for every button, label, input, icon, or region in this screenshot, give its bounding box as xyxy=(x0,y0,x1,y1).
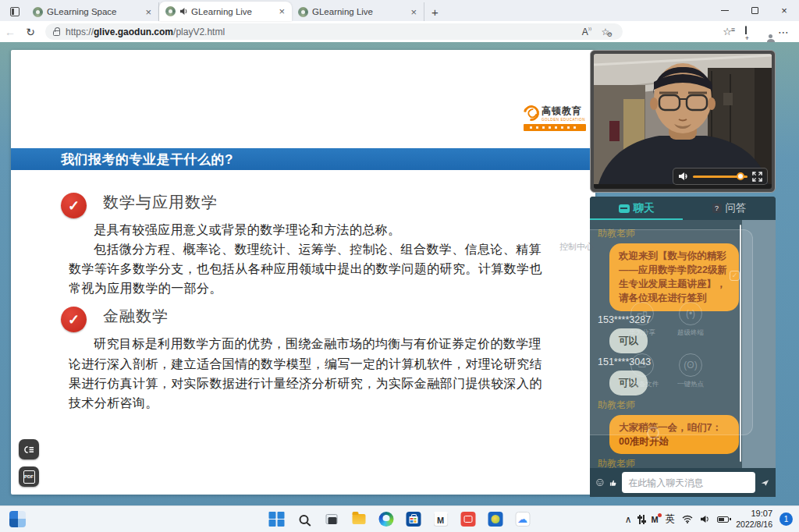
battery-icon[interactable] xyxy=(717,516,729,523)
send-icon[interactable] xyxy=(761,476,769,490)
address-field[interactable]: https://glive.gaodun.com/playV2.html A ☆ xyxy=(45,23,623,40)
tab-title: GLearning Live xyxy=(312,7,408,16)
taskbar-clock[interactable]: 19:07 2022/8/16 xyxy=(736,509,772,530)
close-button[interactable]: × xyxy=(769,0,799,21)
pdf-button[interactable]: PDF xyxy=(19,466,39,487)
mixer-tray-icon[interactable] xyxy=(639,515,645,524)
ime-indicator[interactable]: 英 xyxy=(666,512,676,526)
m-app-button[interactable]: M xyxy=(432,511,449,528)
tab-chat[interactable]: 聊天 xyxy=(590,197,683,220)
fullscreen-icon[interactable] xyxy=(752,172,762,182)
windows-logo-icon xyxy=(269,512,285,527)
check-bullet-icon: ✓ xyxy=(61,193,87,218)
chat-header: 聊天 ? 问答 xyxy=(590,197,776,220)
gaodun-logo-icon xyxy=(520,102,542,124)
new-tab-button[interactable]: + xyxy=(424,5,446,21)
collections-icon[interactable] xyxy=(737,27,755,37)
widgets-button[interactable] xyxy=(9,511,26,527)
tab-close-icon[interactable]: × xyxy=(143,7,154,17)
outline-icon xyxy=(23,445,35,455)
minimize-icon xyxy=(721,10,729,11)
site-favicon xyxy=(33,7,43,17)
refresh-button[interactable]: ↻ xyxy=(20,26,41,38)
volume-icon[interactable] xyxy=(678,172,689,181)
tab-audio-icon[interactable] xyxy=(179,7,188,16)
tab-glearning-live-2[interactable]: GLearning Live × xyxy=(292,2,424,21)
tab-actions-button[interactable] xyxy=(5,3,25,20)
url-text: https://glive.gaodun.com/playV2.html xyxy=(66,27,225,37)
tab-title: GLearning Live xyxy=(191,7,276,16)
section-paragraphs: 是具有较强应用意义或背景的数学理论和方法的总称。 包括微分方程、概率论、数理统计… xyxy=(69,220,549,298)
slide-body: ✓ 数学与应用数学 是具有较强应用意义或背景的数学理论和方法的总称。 包括微分方… xyxy=(11,192,595,420)
url-path: /playV2.html xyxy=(173,27,225,37)
store-icon xyxy=(406,512,421,527)
message-sender: 151****3043 xyxy=(598,356,776,367)
hidden-icons-chevron[interactable]: ∧ xyxy=(625,514,632,525)
task-view-icon xyxy=(325,514,337,524)
slide-title: 我们报考的专业是干什么的? xyxy=(61,151,233,168)
edge-browser-button[interactable] xyxy=(378,511,395,528)
wifi-icon[interactable] xyxy=(682,515,693,523)
m-tray-icon[interactable]: M xyxy=(652,515,659,524)
teacher-webcam-frame xyxy=(594,54,772,184)
cloud-app-button[interactable]: ☁ xyxy=(514,511,531,528)
chat-message-input[interactable] xyxy=(622,472,755,493)
vertical-tabs-icon xyxy=(10,7,20,16)
like-icon[interactable] xyxy=(609,476,616,490)
volume-slider[interactable] xyxy=(693,176,748,178)
m-app-icon: M xyxy=(433,512,448,527)
blue-app-button[interactable] xyxy=(487,511,504,528)
read-aloud-icon[interactable]: A xyxy=(577,27,596,37)
chat-message: 153****3287 可以 xyxy=(598,314,776,353)
slide-section-finance: ✓ 金融数学 研究目标是利用数学方面的优势，围绕金融市场的均衡与有价证券定价的数… xyxy=(69,306,561,412)
paragraph: 是具有较强应用意义或背景的数学理论和方法的总称。 xyxy=(69,220,549,239)
tab-close-icon[interactable]: × xyxy=(408,7,419,17)
red-app-button[interactable] xyxy=(460,511,477,528)
outline-button[interactable] xyxy=(19,439,39,459)
slide-section-math: ✓ 数学与应用数学 是具有较强应用意义或背景的数学理论和方法的总称。 包括微分方… xyxy=(69,192,561,298)
microsoft-store-button[interactable] xyxy=(405,511,422,528)
maximize-icon xyxy=(751,7,758,14)
back-button[interactable]: ← xyxy=(0,26,20,38)
browser-menu-icon[interactable]: ⋯ xyxy=(774,26,793,38)
system-tray: ∧ M 英 19:07 2022/8/16 1 xyxy=(625,509,793,530)
tab-close-icon[interactable]: × xyxy=(276,6,287,16)
section-paragraphs: 研究目标是利用数学方面的优势，围绕金融市场的均衡与有价证券定价的数学理论进行深入… xyxy=(69,334,549,412)
message-sender: 153****3287 xyxy=(598,314,776,325)
chat-tab-label: 聊天 xyxy=(634,201,655,215)
search-button[interactable] xyxy=(296,511,313,528)
tab-glearning-space[interactable]: GLearning Space × xyxy=(27,2,159,21)
paragraph: 研究目标是利用数学方面的优势，围绕金融市场的均衡与有价证券定价的数学理论进行深入… xyxy=(69,334,549,412)
favorite-star-icon[interactable]: ☆ xyxy=(596,27,615,37)
desktop: GLearning Space × GLearning Live × GLear… xyxy=(0,0,799,532)
chat-message-list[interactable]: 助教老师 欢迎来到【数与你的精彩 ——应用数学学院22级新生专业发展主题讲座】，… xyxy=(590,220,776,468)
chat-message: 151****3043 可以 xyxy=(598,356,776,395)
start-button[interactable] xyxy=(268,511,286,528)
section-heading: 金融数学 xyxy=(103,306,561,327)
teacher-video[interactable] xyxy=(594,54,772,189)
section-heading: 数学与应用数学 xyxy=(103,192,561,213)
tab-title: GLearning Space xyxy=(47,7,143,16)
site-favicon xyxy=(298,7,308,17)
volume-knob[interactable] xyxy=(737,172,744,180)
favorites-bar-icon[interactable]: ☆ xyxy=(718,26,737,37)
qa-icon: ? xyxy=(712,204,722,213)
live-page: 高顿教育 GOLDEN EDUCATION 我们报考的专业是干什么的? ✓ 数学… xyxy=(0,42,799,505)
notification-badge[interactable]: 1 xyxy=(779,512,793,526)
tab-qa[interactable]: ? 问答 xyxy=(683,197,776,220)
maximize-button[interactable] xyxy=(740,0,769,21)
task-view-button[interactable] xyxy=(323,511,340,528)
qa-tab-label: 问答 xyxy=(726,201,747,215)
windows-taskbar: M ☁ ∧ M 英 19:07 2022/8/16 1 xyxy=(0,505,799,532)
emoji-icon[interactable] xyxy=(596,475,604,490)
paragraph: 包括微分方程、概率论、数理统计、运筹学、控制论、组合数学、信息论、精算数学等许多… xyxy=(69,239,549,298)
speaker-icon[interactable] xyxy=(700,515,710,523)
message-bubble: 欢迎来到【数与你的精彩 ——应用数学学院22级新生专业发展主题讲座】，请各位现在… xyxy=(609,243,739,311)
teacher-video-panel xyxy=(590,50,776,193)
minimize-button[interactable] xyxy=(710,0,740,21)
chat-input-bar xyxy=(590,468,776,497)
browser-tabstrip: GLearning Space × GLearning Live × GLear… xyxy=(0,0,799,21)
red-app-icon xyxy=(460,512,475,527)
tab-glearning-live-active[interactable]: GLearning Live × xyxy=(159,2,292,21)
file-explorer-button[interactable] xyxy=(350,511,368,528)
